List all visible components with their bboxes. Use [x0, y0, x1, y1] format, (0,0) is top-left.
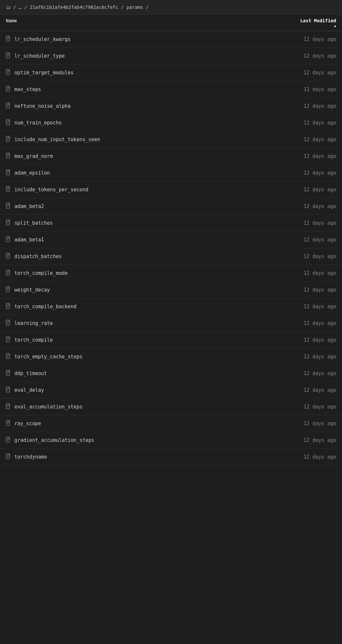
file-name-label: torch_compile	[14, 337, 53, 343]
table-header: Name Last Modified ▲	[0, 15, 342, 31]
file-name-cell: eval_delay	[0, 387, 270, 394]
file-name-label: lr_scheduler_kwargs	[14, 36, 71, 42]
table-row[interactable]: lr_scheduler_type 12 days ago	[0, 48, 342, 65]
file-name-cell: neftune_noise_alpha	[0, 103, 270, 110]
file-icon	[6, 219, 11, 227]
file-name-label: torchdynamo	[14, 454, 47, 460]
file-name-cell: split_batches	[0, 219, 270, 227]
table-row[interactable]: weight_decay 12 days ago	[0, 282, 342, 298]
file-name-cell: ray_scope	[0, 420, 270, 427]
table-row[interactable]: include_num_input_tokens_seen 12 days ag…	[0, 131, 342, 148]
table-row[interactable]: ray_scope 12 days ago	[0, 415, 342, 432]
file-modified-cell: 12 days ago	[270, 120, 342, 126]
column-modified-header[interactable]: Last Modified ▲	[270, 18, 342, 28]
column-name-header[interactable]: Name	[0, 18, 270, 28]
file-icon	[6, 437, 11, 444]
file-modified-cell: 12 days ago	[270, 187, 342, 193]
file-modified-cell: 12 days ago	[270, 70, 342, 76]
file-name-label: num_train_epochs	[14, 120, 62, 126]
table-row[interactable]: optim_target_modules 12 days ago	[0, 65, 342, 81]
file-name-cell: max_steps	[0, 86, 270, 93]
file-modified-cell: 12 days ago	[270, 270, 342, 276]
file-modified-cell: 12 days ago	[270, 370, 342, 376]
file-icon	[6, 320, 11, 327]
file-name-cell: adam_beta2	[0, 203, 270, 210]
table-row[interactable]: adam_epsilon 12 days ago	[0, 165, 342, 181]
file-name-label: split_batches	[14, 220, 53, 226]
file-modified-cell: 12 days ago	[270, 304, 342, 310]
file-name-cell: lr_scheduler_type	[0, 52, 270, 60]
file-name-cell: learning_rate	[0, 320, 270, 327]
file-icon	[6, 186, 11, 193]
table-row[interactable]: eval_delay 12 days ago	[0, 382, 342, 399]
file-modified-cell: 12 days ago	[270, 404, 342, 410]
table-row[interactable]: eval_accumulation_steps 12 days ago	[0, 399, 342, 415]
file-icon	[6, 253, 11, 260]
file-icon	[6, 270, 11, 277]
file-name-cell: dispatch_batches	[0, 253, 270, 260]
table-row[interactable]: torch_compile_mode 12 days ago	[0, 265, 342, 282]
file-icon	[6, 86, 11, 93]
file-modified-cell: 12 days ago	[270, 153, 342, 159]
file-modified-cell: 12 days ago	[270, 320, 342, 326]
file-name-cell: lr_scheduler_kwargs	[0, 36, 270, 43]
file-name-cell: include_tokens_per_second	[0, 186, 270, 193]
table-row[interactable]: ddp_timeout 12 days ago	[0, 365, 342, 382]
table-row[interactable]: num_train_epochs 12 days ago	[0, 115, 342, 131]
file-name-cell: weight_decay	[0, 286, 270, 294]
file-icon	[6, 52, 11, 60]
file-name-cell: torch_compile	[0, 336, 270, 344]
file-list: lr_scheduler_kwargs 12 days ago lr_sched…	[0, 31, 342, 465]
file-name-label: dispatch_batches	[14, 254, 62, 259]
file-modified-cell: 12 days ago	[270, 437, 342, 443]
file-name-label: gradient_accumulation_steps	[14, 437, 94, 443]
file-name-label: include_tokens_per_second	[14, 187, 88, 193]
table-row[interactable]: adam_beta1 12 days ago	[0, 232, 342, 248]
table-row[interactable]: neftune_noise_alpha 12 days ago	[0, 98, 342, 115]
file-name-label: torch_compile_backend	[14, 304, 77, 310]
file-modified-cell: 12 days ago	[270, 387, 342, 393]
table-row[interactable]: max_steps 12 days ago	[0, 81, 342, 98]
table-row[interactable]: torchdynamo 12 days ago	[0, 449, 342, 465]
file-name-label: adam_beta1	[14, 237, 44, 243]
file-name-cell: adam_epsilon	[0, 169, 270, 177]
file-modified-cell: 12 days ago	[270, 86, 342, 92]
breadcrumb-text: 🗂 / … / 21af6c1b1afe4b2fab4c7902ac6cfefc…	[6, 5, 148, 10]
table-row[interactable]: adam_beta2 12 days ago	[0, 198, 342, 215]
file-icon	[6, 353, 11, 360]
table-row[interactable]: torch_empty_cache_steps 12 days ago	[0, 349, 342, 365]
file-name-cell: torch_compile_backend	[0, 303, 270, 310]
table-row[interactable]: max_grad_norm 12 days ago	[0, 148, 342, 165]
breadcrumb: 🗂 / … / 21af6c1b1afe4b2fab4c7902ac6cfefc…	[0, 0, 342, 15]
table-row[interactable]: torch_compile 12 days ago	[0, 332, 342, 349]
file-name-label: include_num_input_tokens_seen	[14, 137, 100, 142]
file-name-cell: torch_empty_cache_steps	[0, 353, 270, 360]
file-name-cell: optim_target_modules	[0, 69, 270, 76]
file-modified-cell: 12 days ago	[270, 53, 342, 59]
file-name-label: learning_rate	[14, 320, 53, 326]
file-name-label: eval_delay	[14, 387, 44, 393]
file-name-label: weight_decay	[14, 287, 50, 293]
file-name-label: max_grad_norm	[14, 153, 53, 159]
file-name-label: max_steps	[14, 86, 41, 92]
file-icon	[6, 203, 11, 210]
file-name-label: adam_epsilon	[14, 170, 50, 176]
table-row[interactable]: split_batches 12 days ago	[0, 215, 342, 232]
table-row[interactable]: gradient_accumulation_steps 12 days ago	[0, 432, 342, 449]
table-row[interactable]: lr_scheduler_kwargs 12 days ago	[0, 31, 342, 48]
file-name-label: ray_scope	[14, 421, 41, 426]
file-name-cell: torchdynamo	[0, 453, 270, 461]
file-modified-cell: 12 days ago	[270, 237, 342, 243]
file-modified-cell: 12 days ago	[270, 354, 342, 360]
file-icon	[6, 303, 11, 310]
file-modified-cell: 12 days ago	[270, 203, 342, 209]
table-row[interactable]: learning_rate 12 days ago	[0, 315, 342, 332]
file-name-label: adam_beta2	[14, 203, 44, 209]
table-row[interactable]: include_tokens_per_second 12 days ago	[0, 181, 342, 198]
file-modified-cell: 12 days ago	[270, 137, 342, 142]
file-icon	[6, 103, 11, 110]
file-icon	[6, 420, 11, 427]
table-row[interactable]: dispatch_batches 12 days ago	[0, 248, 342, 265]
table-row[interactable]: torch_compile_backend 12 days ago	[0, 298, 342, 315]
file-name-cell: adam_beta1	[0, 236, 270, 243]
